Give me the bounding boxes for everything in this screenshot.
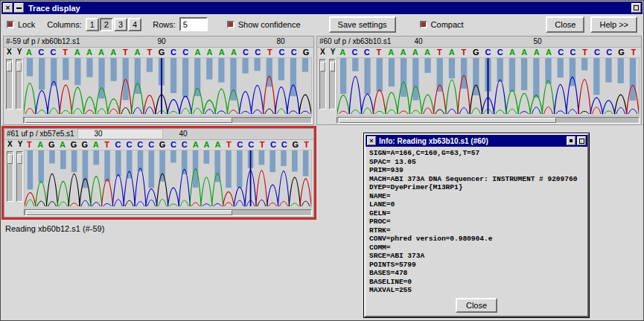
compact-label: Compact [431,20,464,29]
columns-3-button[interactable]: 3 [114,18,127,31]
base-letter: C [170,48,176,57]
panel-header: #60 uf p / xb63b10.s1 4050 [317,36,641,48]
columns-4-button[interactable]: 4 [128,18,141,31]
base-letter: T [27,140,32,150]
window-iconify-icon[interactable] [14,3,24,13]
base-letter: A [521,48,527,57]
info-dialog: × Info: Reading xb63b10.s1 (#60) SIGN=A=… [364,133,589,317]
y-scale-slider[interactable] [16,151,23,202]
window-menu-icon[interactable]: × [3,3,13,13]
dialog-maximize-icon[interactable] [577,136,586,145]
chromatogram-trace[interactable] [337,57,640,116]
show-confidence-checkbox[interactable]: Show confidence [227,20,301,29]
trace-panel-xb57e5: #61 uf p / xb57e5.s1 3040 X Y TAGAGGATCC… [4,128,314,217]
show-confidence-label: Show confidence [238,20,301,29]
info-line: DYEP=DyePrimer{M13RP1} [369,183,584,192]
base-letter: C [270,140,276,150]
y-scale-label: Y [331,48,336,57]
info-line: RTRK= [369,226,584,235]
base-letter: G [618,48,625,57]
compact-indicator [420,21,427,28]
info-line: SPAC= 13.05 [369,158,584,167]
y-scale-thumb[interactable] [17,154,22,164]
dialog-menu-icon[interactable]: × [367,136,376,145]
base-letter: C [364,48,370,57]
app-window: × Trace display Lock Columns: 1234 Rows:… [0,0,644,321]
ruler-number: 30 [94,130,102,138]
titlebar[interactable]: × Trace display [1,1,643,14]
base-letter: A [207,48,213,57]
base-letter: T [267,48,272,57]
info-line: MAXVAL=255 [369,286,584,295]
status-text: Reading xb60b12.s1 (#-59) [5,224,104,233]
info-line: PRIM=939 [369,166,584,175]
close-button[interactable]: Close [546,16,584,33]
base-letter: T [582,48,587,57]
y-scale-thumb[interactable] [16,62,22,71]
columns-buttons: 1234 [86,18,143,31]
x-scale-thumb[interactable] [320,62,325,71]
x-scale-label: X [7,140,13,150]
base-letter: C [248,140,254,150]
base-letter: C [485,48,491,57]
info-lines: SIGN=A=166,C=160,G=63,T=57SPAC= 13.05PRI… [366,147,587,297]
ruler-number: 40 [179,130,187,138]
x-scale-thumb[interactable] [7,154,13,164]
trace-hscrollbar[interactable] [24,209,312,216]
base-letter: T [104,140,109,150]
save-settings-button[interactable]: Save settings [329,16,396,33]
trace-hscrollbar-thumb[interactable] [26,210,232,215]
columns-1-button[interactable]: 1 [86,18,99,31]
compact-checkbox[interactable]: Compact [420,20,464,29]
x-scale-slider[interactable] [319,59,326,109]
info-line: NAME= [369,192,584,201]
ruler-number: 40 [414,37,422,45]
info-dialog-titlebar[interactable]: × Info: Reading xb63b10.s1 (#60) [366,135,587,147]
base-letter: C [606,48,612,57]
base-letter: T [123,48,128,57]
x-scale-slider[interactable] [7,151,13,202]
rows-input[interactable] [179,17,208,31]
base-letter: C [351,48,357,57]
base-letter: C [182,48,188,57]
y-scale-slider[interactable] [16,59,22,109]
info-line: COMM= [369,244,584,252]
panel-scale-controls: X Y [317,48,337,124]
trace-hscrollbar-thumb[interactable] [339,118,556,123]
panel-header: #-59 uf p / xb60b12.s1 9080 [4,36,313,48]
panel-scale-controls: X Y [4,140,24,217]
columns-2-button[interactable]: 2 [100,18,113,31]
info-line: SIGN=A=166,C=160,G=63,T=57 [369,149,584,158]
lock-checkbox[interactable]: Lock [7,20,35,29]
info-close-button[interactable]: Close [456,298,497,313]
base-sequence-row: ACCTAAAATATGCCAAAACCTCCGT [337,48,640,57]
base-letter: A [219,48,225,57]
dialog-iconify-icon[interactable] [567,136,576,145]
lock-checkbox-indicator [7,21,14,28]
trace-hscrollbar-thumb[interactable] [25,118,232,123]
base-letter: C [237,140,243,150]
y-scale-slider[interactable] [329,59,336,109]
base-letter: T [304,140,309,150]
columns-label: Columns: [47,20,81,29]
x-scale-slider[interactable] [6,59,13,109]
base-letter: A [509,48,515,57]
help-button[interactable]: Help >> [590,16,637,33]
y-scale-thumb[interactable] [330,62,335,71]
base-letter: C [182,140,188,150]
base-letter: A [546,48,552,57]
panel-header: #61 uf p / xb57e5.s1 3040 [4,129,313,140]
base-letter: A [135,48,141,57]
chromatogram-trace[interactable] [23,57,312,116]
base-letter: G [303,48,310,57]
trace-hscrollbar[interactable] [337,117,640,124]
trace-hscrollbar[interactable] [23,117,312,124]
chromatogram-trace[interactable] [24,150,312,209]
window-title: Trace display [28,4,630,13]
x-scale-thumb[interactable] [7,62,12,71]
base-letter: A [449,48,455,57]
base-letter: A [214,140,220,150]
base-letter: C [281,140,287,150]
window-maximize-icon[interactable] [631,3,641,13]
base-letter: A [86,48,92,57]
